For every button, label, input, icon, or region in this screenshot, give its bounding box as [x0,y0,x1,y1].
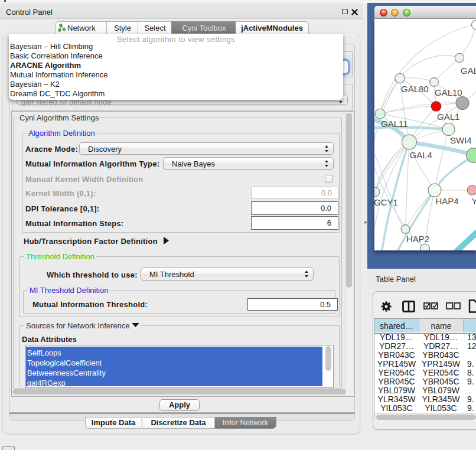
svg-text:GAL80: GAL80 [401,84,429,94]
svg-text:SWI4: SWI4 [450,135,472,145]
svg-text:GAL11: GAL11 [381,119,408,129]
svg-text:GAL1: GAL1 [437,112,459,122]
svg-text:YM: YM [472,196,476,206]
svg-text:HAP4: HAP4 [436,196,459,206]
svg-text:GCY1: GCY1 [374,197,398,207]
svg-text:HAP2: HAP2 [406,234,429,244]
svg-text:GAL7: GAL7 [461,66,476,76]
svg-text:GAL4: GAL4 [410,150,432,160]
svg-text:GAL10: GAL10 [435,87,462,97]
